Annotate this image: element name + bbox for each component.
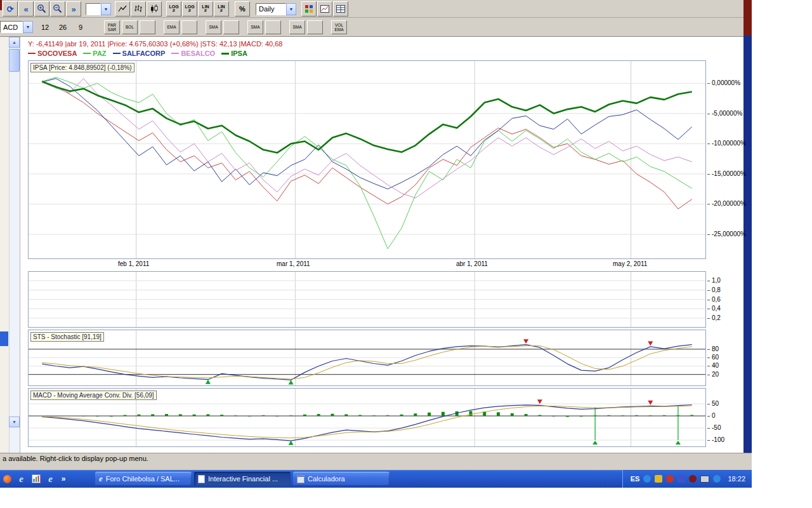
quick-launch-overflow-icon[interactable]: » [60,474,67,484]
legend-salfacorp[interactable]: SALFACORP [113,50,166,57]
macd-axis: 500-50-100 [707,388,745,446]
scrollbar-thumb[interactable] [9,49,20,72]
zoom-in-button[interactable] [34,1,49,17]
macd-slow-param[interactable]: 26 [57,23,69,31]
data-table-icon [336,4,346,14]
series-color-swatch [113,53,121,54]
pan-right-icon: » [71,4,75,14]
indicator-button-sma3[interactable]: SMA [289,20,305,34]
lin-scale-button-2[interactable]: LIN≠ [214,1,229,17]
stochastic-panel: STS - Stochastic [91,19] [28,330,706,386]
symbol-combobox-arrow-icon[interactable]: ▼ [101,3,111,15]
legend-besalco[interactable]: BESALCO [171,50,215,57]
empty-indicator-canvas[interactable] [29,272,705,327]
price-chart-canvas[interactable] [29,61,705,258]
line-chart-button[interactable] [115,1,130,17]
document-icon [198,475,205,483]
symbol-combobox[interactable]: ▼ [86,3,111,15]
indicator-button-8[interactable] [265,20,281,34]
pan-right-button[interactable]: » [66,1,81,17]
taskbar-clock: 18:22 [728,475,745,483]
messenger-icon[interactable]: e [46,474,55,484]
task-calculadora[interactable]: Calculadora [293,472,390,486]
task-interactive-financial[interactable]: Interactive Financial ... [194,472,291,486]
window-edge-top-left [0,0,2,10]
system-tray: ES 18:22 [622,470,752,488]
tray-update-icon[interactable] [643,475,651,483]
indicator-button-2[interactable] [140,20,155,34]
data-table-button[interactable] [333,1,348,17]
series-color-swatch [221,53,229,55]
stochastic-chart-canvas[interactable] [29,330,705,385]
pan-left-icon: « [23,4,28,14]
price-panel-label: IPSA [Price: 4.848,89502] (-0,18%) [30,63,134,72]
indicator-button-sma1[interactable]: SMA [206,20,221,34]
ohlc-chart-icon [133,4,143,14]
tray-network-icon[interactable] [678,475,685,483]
quick-launch: e e » [3,470,67,488]
lin-scale-button-1[interactable]: LIN≠ [198,1,213,17]
legend-socovesa[interactable]: SOCOVESA [28,50,77,57]
indicator-button-volema[interactable]: VOL EMA [331,20,347,34]
macd-fast-param[interactable]: 12 [39,23,51,31]
ohlc-chart-button[interactable] [131,1,146,17]
series-color-swatch [171,53,179,54]
candlestick-chart-button[interactable] [147,1,162,17]
tray-security-icon[interactable] [689,475,697,483]
series-legend: SOCOVESA PAZ SALFACORP BESALCO IPSA [28,50,254,57]
indicator-combobox-value: ACD [0,21,23,33]
tray-alert-icon[interactable] [666,475,674,483]
page-fragment [0,331,8,346]
macd-panel: MACD - Moving Average Conv. Div. [56,09] [28,388,706,447]
macd-signal-param[interactable]: 9 [75,23,86,31]
indicator-combobox-arrow-icon[interactable]: ▼ [23,21,33,33]
compare-grid-button[interactable] [301,1,317,17]
price-axis: 0,00000%-5,00000%-10,00000%-15,00000%-20… [707,60,745,258]
scroll-up-button[interactable]: ▲ [9,37,20,48]
log-scale-button-1[interactable]: LOG≠ [166,1,181,17]
date-axis: feb 1, 2011mar 1, 2011abr 1, 2011may 2, … [28,260,705,269]
interval-combobox-arrow-icon[interactable]: ▼ [286,3,296,15]
window-edge-top-right [743,0,752,36]
language-indicator[interactable]: ES [631,475,640,483]
task-foro-chilebolsa[interactable]: e Foro Chilebolsa / SAL... [95,472,192,486]
internet-explorer-icon[interactable]: e [16,474,26,484]
page-scrollbar-track[interactable] [9,37,20,453]
series-color-swatch [83,53,91,54]
price-panel: IPSA [Price: 4.848,89502] (-0,18%) [28,60,706,259]
pan-left-button[interactable]: « [18,1,34,17]
macd-panel-label: MACD - Moving Average Conv. Div. [56,09] [30,391,157,400]
indicator-button-10[interactable] [307,20,323,34]
symbol-combobox-value [86,3,101,15]
indicator-combobox[interactable]: ACD ▼ [0,21,33,34]
indicator-button-sma2[interactable]: SMA [247,20,263,34]
indicator-button-ema[interactable]: EMA [164,20,180,34]
chart-app-icon[interactable] [31,474,41,484]
zoom-out-button[interactable] [50,1,65,17]
refresh-button[interactable]: ⟳ [3,1,18,17]
calculator-icon [297,475,304,483]
scroll-up-icon: ▲ [12,40,16,44]
legend-ipsa[interactable]: IPSA [221,50,247,57]
indicator-toolbar: ACD ▼ 12 26 9 PAR SAR BOL EMA SMA SMA SM… [0,18,743,37]
scroll-down-button[interactable]: ▼ [9,417,20,427]
chart-window-button[interactable] [317,1,332,17]
indicator-button-bol[interactable]: BOL [122,20,138,34]
indicator-button-parsar[interactable]: PAR SAR [104,20,120,34]
scroll-down-icon: ▼ [12,420,16,424]
tray-messenger-icon[interactable] [713,475,721,483]
empty-indicator-panel [28,271,706,328]
interval-combobox[interactable]: Daily ▼ [256,3,296,15]
indicator-button-4[interactable] [181,20,197,34]
chart-application: Y: -6,41149 |abr 19, 2011 |Price: 4.675,… [20,37,743,453]
series-color-swatch [28,53,36,54]
tray-volume-icon[interactable] [655,475,662,483]
app-launcher-icon[interactable] [3,475,11,483]
stochastic-axis: 80604020 [707,330,745,385]
tray-display-icon[interactable] [700,476,709,483]
legend-paz[interactable]: PAZ [83,50,106,57]
log-scale-button-2[interactable]: LOG≠ [182,1,197,17]
zoom-in-icon [37,4,47,14]
indicator-button-6[interactable] [223,20,239,34]
percent-scale-button[interactable]: % [235,1,250,17]
